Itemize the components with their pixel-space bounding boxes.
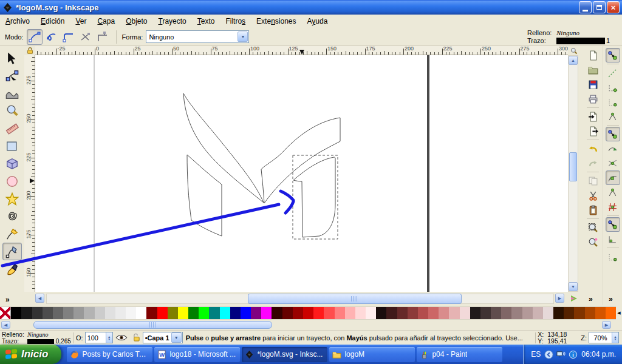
vertical-ruler[interactable]: 275250225200175150	[24, 55, 35, 292]
measure-tool-button[interactable]	[2, 120, 22, 137]
snap-smooth-nodes-button[interactable]	[606, 185, 620, 200]
spiral-tool-button[interactable]	[2, 207, 22, 225]
swatch-666666[interactable]	[53, 307, 63, 319]
swatch-e6b3b3[interactable]	[449, 307, 459, 319]
ellipse-tool-button[interactable]	[2, 172, 22, 190]
swatch-b3b3b3[interactable]	[84, 307, 94, 319]
stroke-color-swatch[interactable]	[27, 339, 54, 344]
chevron-down-icon[interactable]: ▼	[238, 32, 248, 42]
close-button[interactable]: ×	[607, 1, 620, 13]
swatch-1a1a1a[interactable]	[21, 307, 32, 319]
menu-ver[interactable]: Ver	[70, 15, 92, 27]
vertical-scrollbar[interactable]: ▲ ▼	[568, 55, 578, 292]
snap-path-intersections-button[interactable]	[606, 156, 620, 170]
info-icon[interactable]: i	[569, 350, 578, 359]
swatch-662929[interactable]	[397, 307, 408, 319]
swatch-00ff00[interactable]	[199, 307, 209, 319]
layer-visibility-eye-icon[interactable]	[113, 334, 130, 342]
swatch-990000[interactable]	[293, 307, 303, 319]
swatch-ffb3b3[interactable]	[345, 307, 355, 319]
rect-tool-button[interactable]	[2, 137, 22, 155]
undo-button[interactable]	[586, 141, 600, 156]
palette-overflow-arrow-icon[interactable]: ◀	[616, 306, 622, 320]
vertical-scroll-thumb[interactable]	[569, 152, 577, 181]
mode-bezier-button[interactable]	[27, 29, 43, 45]
open-folder-button[interactable]	[586, 62, 600, 77]
snap-bbox-edges-button[interactable]	[606, 80, 620, 95]
copy-button[interactable]	[586, 174, 600, 188]
layer-lock-icon[interactable]	[130, 333, 143, 342]
redo-button[interactable]	[586, 156, 600, 170]
swatch-604d4d[interactable]	[491, 307, 501, 319]
save-button[interactable]	[586, 77, 600, 92]
scroll-up-button[interactable]: ▲	[569, 56, 578, 65]
mode-paraxial-button[interactable]	[95, 29, 111, 45]
cut-button[interactable]	[586, 188, 600, 203]
swatch-ffffff[interactable]	[136, 307, 146, 319]
snap-cusp-nodes-button[interactable]	[606, 170, 620, 185]
swatch-800080[interactable]	[251, 307, 261, 319]
commands-bar-overflow-button[interactable]: »	[589, 295, 593, 303]
swatch-998080[interactable]	[511, 307, 522, 319]
swatch-2b1100[interactable]	[553, 307, 564, 319]
swatch-ff8080[interactable]	[335, 307, 345, 319]
swatch-0000ff[interactable]	[241, 307, 251, 319]
menu-ayuda[interactable]: Ayuda	[302, 15, 333, 27]
node-tool-button[interactable]	[2, 67, 22, 84]
mode-spiro-button[interactable]	[44, 29, 60, 45]
swatch-ff4d4d[interactable]	[324, 307, 334, 319]
mode-polyline-button[interactable]	[61, 29, 77, 45]
swatch-f5f5f5[interactable]	[126, 307, 136, 319]
new-doc-button[interactable]	[586, 48, 600, 62]
swatch-b34d4d[interactable]	[418, 307, 428, 319]
swatch-808080[interactable]	[63, 307, 73, 319]
zoom-tool-button[interactable]	[2, 102, 22, 120]
calligraphy-tool-button[interactable]	[2, 260, 22, 278]
shape-combobox[interactable]: Ninguno ▼	[146, 30, 249, 43]
language-indicator[interactable]: ES	[531, 350, 541, 359]
swatch-ff6600[interactable]	[606, 307, 616, 319]
swatch-cccccc[interactable]	[95, 307, 105, 319]
swatch-f2d9d9[interactable]	[460, 307, 470, 319]
export-button[interactable]	[586, 124, 600, 138]
swatch-cc6666[interactable]	[428, 307, 439, 319]
scroll-right-button[interactable]: ▶	[555, 294, 564, 303]
drawing-canvas[interactable]	[35, 55, 568, 292]
swatch-ff1a1a[interactable]	[313, 307, 324, 319]
spinner-arrows-icon[interactable]: ▲▼	[612, 332, 618, 343]
swatch-401a1a[interactable]	[386, 307, 397, 319]
zoom-selection-button[interactable]	[586, 220, 600, 235]
swatch-ccb3b3[interactable]	[533, 307, 543, 319]
clock[interactable]: 06:04 p.m.	[581, 350, 616, 359]
swatch-d45500[interactable]	[595, 307, 606, 319]
swatch-ffd9d9[interactable]	[355, 307, 366, 319]
swatch-330000[interactable]	[272, 307, 282, 319]
task-inkscape-logo[interactable]: *logoM.svg - Inksc...	[242, 347, 327, 362]
palette-scroll-thumb[interactable]	[33, 321, 272, 329]
horizontal-ruler[interactable]: -250255075100125150175200225250275300	[35, 46, 568, 55]
menu-filtros[interactable]: Filtros	[220, 15, 251, 27]
print-button[interactable]	[586, 92, 600, 106]
hide-icons-chevron-icon[interactable]	[544, 350, 553, 359]
swatch-ff0000[interactable]	[157, 307, 168, 319]
display-icon[interactable]	[556, 350, 566, 359]
swatch-201a1a[interactable]	[470, 307, 480, 319]
sticky-zoom-icon[interactable]	[569, 46, 579, 55]
task-firefox[interactable]: Posts by Carlos Tor...	[67, 347, 152, 362]
swatch-ffeeee[interactable]	[366, 307, 376, 319]
menu-capa[interactable]: Capa	[92, 15, 120, 27]
task-paint[interactable]: p04 - Paint	[417, 347, 502, 362]
swatch-803300[interactable]	[574, 307, 584, 319]
swatch-cc0000[interactable]	[303, 307, 313, 319]
menu-objeto[interactable]: Objeto	[120, 15, 152, 27]
swatch-008080[interactable]	[209, 307, 219, 319]
minimize-button[interactable]	[579, 1, 592, 13]
horizontal-scroll-thumb[interactable]	[248, 294, 462, 304]
task-word-doc[interactable]: Wlogo18 - Microsoft ...	[154, 347, 240, 362]
menu-trayecto[interactable]: Trayecto	[153, 15, 192, 27]
mode-zigzag-button[interactable]	[78, 29, 94, 45]
swatch-008000[interactable]	[188, 307, 199, 319]
zoom-drawing-button[interactable]	[586, 235, 600, 249]
task-folder[interactable]: logoM	[329, 347, 415, 362]
tweak-tool-button[interactable]	[2, 84, 22, 102]
